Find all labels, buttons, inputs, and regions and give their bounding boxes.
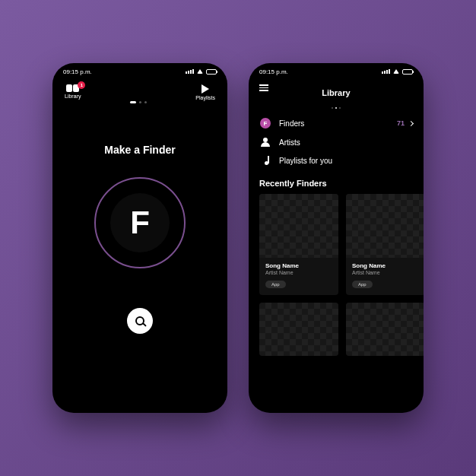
search-button[interactable] [127,308,153,334]
library-header: Library [249,80,424,106]
artist-name: Artist Name [265,270,332,275]
finder-logo: F [110,193,170,252]
signal-icon [186,69,194,74]
song-name: Song Name [352,262,419,269]
status-time: 09:15 p.m. [63,68,92,75]
signal-icon [382,69,390,74]
finders-count: 71 [397,119,405,127]
playlists-button[interactable]: Playlists [195,84,215,100]
album-art-placeholder [346,303,424,356]
search-icon [135,316,144,325]
status-time: 09:15 p.m. [259,68,288,75]
chevron-right-icon [408,120,414,125]
page-title: Library [322,88,350,97]
artists-label: Artists [279,138,413,147]
finders-trailing: 71 [397,119,413,127]
finder-button[interactable]: F [94,177,186,268]
hero-title: Make a Finder [52,144,227,156]
finders-label: Finders [279,119,389,128]
status-indicators [382,69,413,75]
menu-item-finders[interactable]: F Finders 71 [249,113,424,133]
music-note-icon [262,156,269,165]
cards-row-2 [249,303,424,356]
finders-icon: F [260,118,271,129]
battery-icon [206,69,217,75]
song-card[interactable] [259,303,338,356]
status-indicators [186,69,217,75]
cards-row-1: Song Name Artist Name App Song Name Arti… [249,194,424,295]
menu-item-artists[interactable]: Artists [249,133,424,151]
battery-icon [402,69,413,75]
playlists-label: Playlists for you [279,157,413,165]
song-card[interactable]: Song Name Artist Name App [346,194,424,295]
notification-badge: 1 [78,81,85,89]
song-name: Song Name [265,262,332,269]
song-card[interactable] [346,303,424,356]
menu-button[interactable] [259,84,268,91]
finder-circle-wrap: F [52,177,227,268]
album-art-placeholder [346,194,424,258]
album-art-placeholder [259,303,338,356]
play-icon [202,84,209,94]
library-label: Library [65,94,81,99]
app-chip[interactable]: App [352,281,373,288]
library-menu: F Finders 71 Artists Playlists for you [249,109,424,174]
page-indicator [130,101,147,103]
phone-home: 09:15 p.m. 1 Library Playlists Make a Fi… [52,63,227,413]
album-art-placeholder [259,194,338,258]
wifi-icon [393,69,399,74]
app-chip[interactable]: App [265,281,286,288]
artist-name: Artist Name [352,270,419,275]
section-title: Recently Finders [249,174,424,194]
song-card[interactable]: Song Name Artist Name App [259,194,338,295]
wifi-icon [197,69,203,74]
status-bar: 09:15 p.m. [249,63,424,80]
person-icon [261,138,270,147]
top-bar: 1 Library Playlists [52,80,227,113]
playlists-label: Playlists [195,95,215,100]
library-button[interactable]: 1 Library [65,84,81,99]
phone-library: 09:15 p.m. Library F Finders 71 Artists … [249,63,424,413]
menu-item-playlists[interactable]: Playlists for you [249,151,424,170]
status-bar: 09:15 p.m. [52,63,227,80]
